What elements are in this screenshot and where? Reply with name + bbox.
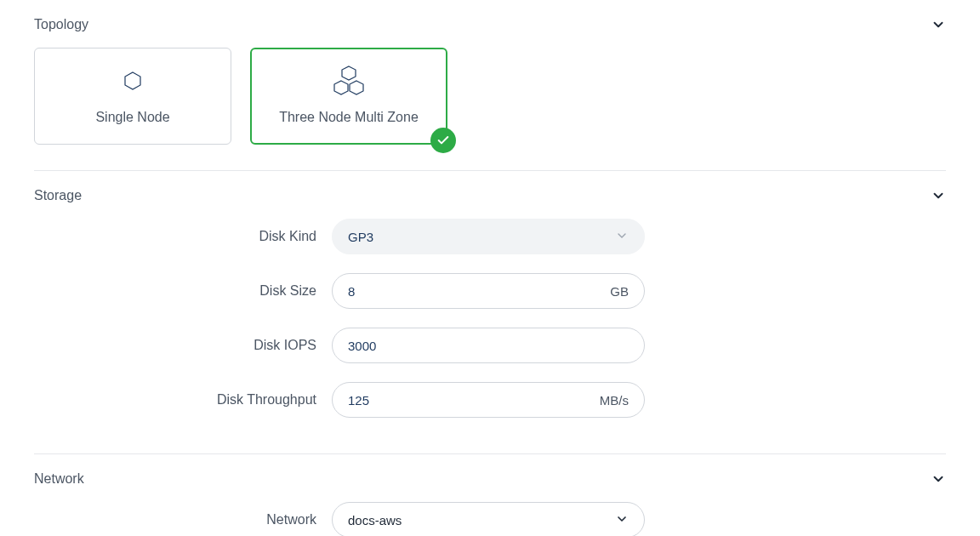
single-hex-icon [124, 67, 141, 94]
network-label: Network [34, 512, 332, 527]
topology-header[interactable]: Topology [34, 17, 946, 32]
topology-options: Single Node Three Node Multi Zone [34, 48, 946, 145]
disk-throughput-field[interactable] [348, 393, 600, 408]
topology-option-label: Single Node [95, 110, 169, 125]
disk-iops-field[interactable] [348, 339, 629, 353]
storage-title: Storage [34, 188, 82, 203]
disk-size-field[interactable] [348, 284, 610, 299]
topology-option-single-node[interactable]: Single Node [34, 48, 231, 145]
chevron-down-icon [931, 471, 946, 487]
network-row: Network docs-aws [34, 502, 946, 536]
disk-throughput-row: Disk Throughput MB/s [34, 382, 946, 418]
three-hex-icon [332, 67, 366, 94]
disk-size-unit: GB [610, 284, 629, 299]
topology-section: Topology Single Node Three Node Multi Zo… [34, 17, 946, 170]
network-title: Network [34, 471, 84, 487]
network-select[interactable]: docs-aws [332, 502, 645, 536]
chevron-down-icon [615, 229, 629, 245]
disk-kind-row: Disk Kind GP3 [34, 219, 946, 254]
topology-option-three-node[interactable]: Three Node Multi Zone [250, 48, 447, 145]
network-header[interactable]: Network [34, 471, 946, 487]
check-badge-icon [430, 128, 456, 153]
disk-size-label: Disk Size [34, 283, 332, 299]
topology-title: Topology [34, 17, 88, 32]
disk-throughput-label: Disk Throughput [34, 392, 332, 408]
chevron-down-icon [931, 188, 946, 203]
disk-iops-label: Disk IOPS [34, 338, 332, 353]
disk-size-input[interactable]: GB [332, 273, 645, 309]
disk-kind-select[interactable]: GP3 [332, 219, 645, 254]
network-value: docs-aws [348, 513, 615, 527]
disk-kind-label: Disk Kind [34, 229, 332, 244]
chevron-down-icon [931, 17, 946, 32]
disk-kind-value: GP3 [348, 230, 615, 244]
disk-throughput-input[interactable]: MB/s [332, 382, 645, 418]
storage-header[interactable]: Storage [34, 188, 946, 203]
disk-iops-row: Disk IOPS [34, 328, 946, 363]
storage-section: Storage Disk Kind GP3 Disk Size GB Disk … [34, 170, 946, 453]
topology-option-label: Three Node Multi Zone [279, 110, 419, 125]
chevron-down-icon [615, 512, 629, 528]
disk-size-row: Disk Size GB [34, 273, 946, 309]
network-section: Network Network docs-aws [34, 453, 946, 536]
disk-iops-input[interactable] [332, 328, 645, 363]
disk-throughput-unit: MB/s [600, 393, 629, 408]
